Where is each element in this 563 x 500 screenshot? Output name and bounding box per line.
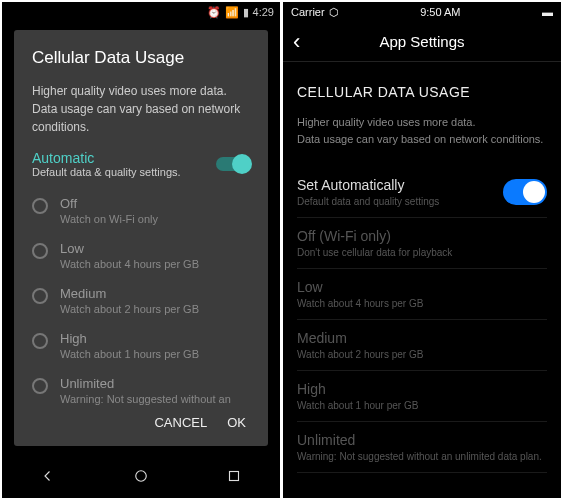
battery-icon: ▬ [542,6,553,18]
ios-statusbar: Carrier⬡ 9:50 AM ▬ [283,2,561,22]
set-automatically-row[interactable]: Set Automatically Default data and quali… [297,167,547,218]
option-low[interactable]: LowWatch about 4 hours per GB [297,269,547,320]
signal-icon: 📶 [225,6,239,19]
option-off[interactable]: Off (Wi-Fi only)Don't use cellular data … [297,218,547,269]
radio-icon [32,198,48,214]
option-high[interactable]: HighWatch about 1 hour per GB [297,371,547,422]
status-time: 4:29 [253,6,274,18]
option-off[interactable]: OffWatch on Wi-Fi only [32,188,250,233]
option-unlimited[interactable]: UnlimitedWarning: Not suggested without … [32,368,250,407]
radio-icon [32,243,48,259]
ios-header: ‹ App Settings [283,22,561,62]
cancel-button[interactable]: CANCEL [154,415,207,430]
dialog-description: Higher quality video uses more data. Dat… [32,82,250,136]
radio-icon [32,378,48,394]
android-statusbar: ⏰ 📶 ▮ 4:29 [2,2,280,22]
option-low[interactable]: LowWatch about 4 hours per GB [32,233,250,278]
automatic-row[interactable]: Automatic Default data & quality setting… [32,150,250,178]
dialog-title: Cellular Data Usage [32,48,250,68]
radio-icon [32,333,48,349]
nav-home-icon[interactable] [132,467,150,489]
option-medium[interactable]: MediumWatch about 2 hours per GB [32,278,250,323]
svg-point-0 [136,471,147,482]
android-navbar [2,458,280,498]
ok-button[interactable]: OK [227,415,246,430]
option-medium[interactable]: MediumWatch about 2 hours per GB [297,320,547,371]
ios-screen: Carrier⬡ 9:50 AM ▬ ‹ App Settings CELLUL… [283,2,561,498]
radio-icon [32,288,48,304]
automatic-toggle[interactable] [216,157,250,171]
svg-rect-1 [229,472,238,481]
android-screen: ⏰ 📶 ▮ 4:29 ← NETFLIX C N AN Q SC RC BC E… [2,2,280,498]
back-chevron-icon[interactable]: ‹ [293,29,300,55]
auto-label: Set Automatically [297,177,439,193]
section-header: CELLULAR DATA USAGE [297,84,547,100]
option-high[interactable]: HighWatch about 1 hours per GB [32,323,250,368]
battery-icon: ▮ [243,6,249,19]
auto-toggle[interactable] [503,179,547,205]
wifi-icon: ⬡ [329,6,339,19]
auto-sub: Default data and quality settings [297,196,439,207]
option-unlimited[interactable]: UnlimitedWarning: Not suggested without … [297,422,547,473]
cellular-data-dialog: Cellular Data Usage Higher quality video… [14,30,268,446]
nav-recents-icon[interactable] [225,467,243,489]
automatic-sub: Default data & quality settings. [32,166,181,178]
page-title: App Settings [379,33,464,50]
carrier-label: Carrier [291,6,325,18]
nav-back-icon[interactable] [39,467,57,489]
status-time: 9:50 AM [420,6,460,18]
quality-options: OffWatch on Wi-Fi only LowWatch about 4 … [32,188,250,407]
automatic-label: Automatic [32,150,181,166]
section-description: Higher quality video uses more data. Dat… [297,114,547,147]
alarm-icon: ⏰ [207,6,221,19]
